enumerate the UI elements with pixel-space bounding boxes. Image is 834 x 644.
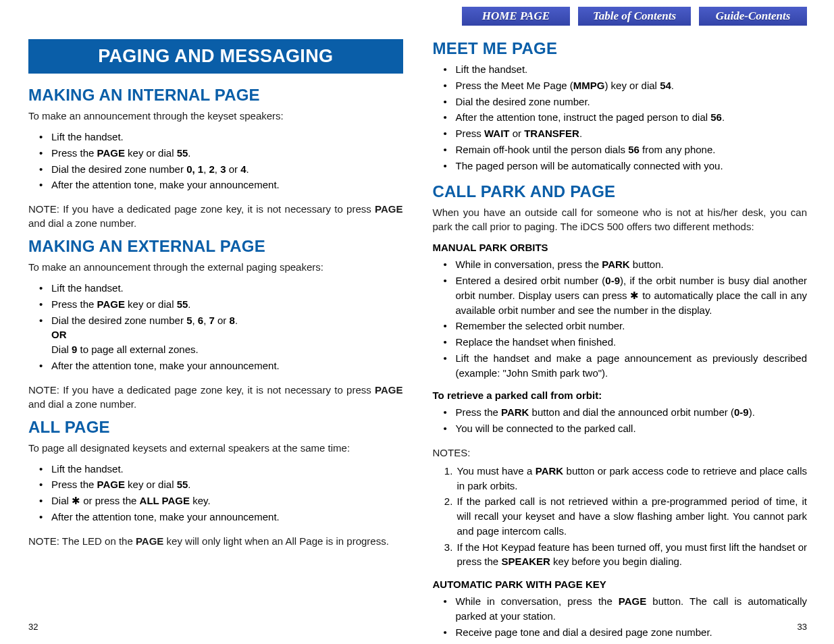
page-number-left: 32: [28, 622, 38, 632]
list-item: Lift the handset.: [51, 462, 403, 477]
list-item: Remember the selected orbit number.: [456, 319, 808, 333]
all-page-steps: Lift the handset. Press the PAGE key or …: [28, 462, 403, 525]
note-text: NOTE: The LED on the PAGE key will only …: [28, 534, 403, 548]
list-item: You will be connected to the parked call…: [456, 421, 808, 436]
note-text: NOTE: If you have a dedicated page zone …: [28, 383, 403, 411]
list-item: Make announcement indicating your extens…: [456, 641, 808, 644]
manual-park-steps: While in conversation, press the PARK bu…: [433, 257, 808, 380]
list-item: Press the PAGE key or dial 55.: [51, 146, 403, 161]
guide-contents-button[interactable]: Guide-Contents: [699, 7, 807, 26]
list-item: After the attention tone, make your anno…: [51, 178, 403, 192]
list-item: Dial the desired zone number.: [456, 95, 808, 109]
retrieve-steps: Press the PARK button and dial the annou…: [433, 405, 808, 436]
list-item: Remain off-hook until the person dials 5…: [456, 142, 808, 157]
internal-page-steps: Lift the handset. Press the PAGE key or …: [28, 130, 403, 192]
home-page-button[interactable]: HOME PAGE: [462, 7, 570, 26]
table-of-contents-button[interactable]: Table of Contents: [578, 7, 691, 26]
list-item: Lift the handset.: [51, 130, 403, 144]
list-item: After the attention tone, make your anno…: [51, 358, 403, 373]
right-column: MEET ME PAGE Lift the handset. Press the…: [433, 39, 808, 644]
list-item: Dial the desired zone number 5, 6, 7 or …: [51, 313, 403, 357]
heading-call-park: CALL PARK AND PAGE: [433, 182, 808, 201]
auto-park-steps: While in conversation, press the PAGE bu…: [433, 594, 808, 644]
subhead-retrieve: To retrieve a parked call from orbit:: [433, 390, 808, 401]
list-item: The paged person will be automatically c…: [456, 159, 808, 173]
intro-text: To page all designated keysets and exter…: [28, 441, 403, 455]
list-item: Press the PAGE key or dial 55.: [51, 477, 403, 492]
list-item: Press the PAGE key or dial 55.: [51, 297, 403, 312]
list-item: After the attention tone, instruct the p…: [456, 110, 808, 125]
left-column: PAGING AND MESSAGING MAKING AN INTERNAL …: [28, 39, 403, 644]
intro-text: To make an announcement through the exte…: [28, 260, 403, 274]
notes-list: You must have a PARK button or park acce…: [433, 464, 808, 569]
heading-meet-me-page: MEET ME PAGE: [433, 39, 808, 58]
content-columns: PAGING AND MESSAGING MAKING AN INTERNAL …: [28, 39, 807, 644]
list-item: If the Hot Keypad feature has been turne…: [456, 540, 808, 570]
list-item: Lift the handset.: [51, 281, 403, 296]
list-item: Lift the handset and make a page announc…: [456, 351, 808, 381]
note-text: NOTE: If you have a dedicated page zone …: [28, 202, 403, 230]
list-item: Replace the handset when finished.: [456, 335, 808, 350]
list-item: Lift the handset.: [456, 62, 808, 77]
intro-text: When you have an outside call for someon…: [433, 205, 808, 234]
heading-all-page: ALL PAGE: [28, 418, 403, 437]
intro-text: To make an announcement through the keys…: [28, 109, 403, 123]
page-number-right: 33: [798, 622, 807, 632]
heading-external-page: MAKING AN EXTERNAL PAGE: [28, 237, 403, 256]
meet-me-steps: Lift the handset. Press the Meet Me Page…: [433, 62, 808, 173]
list-item: You must have a PARK button or park acce…: [456, 464, 808, 493]
list-item: Dial the desired zone number 0, 1, 2, 3 …: [51, 162, 403, 177]
subhead-manual-park: MANUAL PARK ORBITS: [433, 242, 808, 253]
subhead-auto-park: AUTOMATIC PARK WITH PAGE KEY: [433, 579, 808, 590]
list-item: Entered a desired orbit number (0-9), if…: [456, 273, 808, 317]
list-item: Dial ✱ or press the ALL PAGE key.: [51, 493, 403, 508]
external-page-steps: Lift the handset. Press the PAGE key or …: [28, 281, 403, 373]
heading-internal-page: MAKING AN INTERNAL PAGE: [28, 86, 403, 105]
list-item: Press the Meet Me Page (MMPG) key or dia…: [456, 78, 808, 93]
list-item: Receive page tone and dial a desired pag…: [456, 625, 808, 640]
list-item: Press WAIT or TRANSFER.: [456, 126, 808, 141]
list-item: After the attention tone, make your anno…: [51, 510, 403, 525]
section-banner: PAGING AND MESSAGING: [28, 39, 403, 74]
list-item: If the parked call is not retrieved with…: [456, 494, 808, 538]
list-item: While in conversation, press the PAGE bu…: [456, 594, 808, 624]
list-item: Press the PARK button and dial the annou…: [456, 405, 808, 420]
nav-bar: HOME PAGE Table of Contents Guide-Conten…: [462, 7, 807, 26]
notes-label: NOTES:: [433, 446, 808, 460]
list-item: While in conversation, press the PARK bu…: [456, 257, 808, 272]
